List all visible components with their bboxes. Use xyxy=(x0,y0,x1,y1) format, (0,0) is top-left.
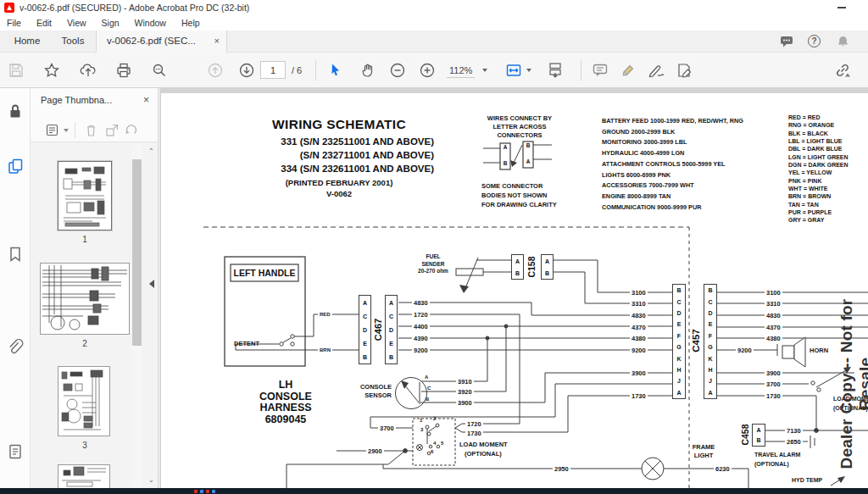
menu-bar: File Edit View Sign Window Help xyxy=(0,15,868,31)
menu-edit[interactable]: Edit xyxy=(29,15,59,28)
favorite-star-icon[interactable] xyxy=(43,62,60,79)
search-icon[interactable] xyxy=(151,62,168,79)
page-count-label: / 6 xyxy=(292,65,302,75)
select-cursor-icon[interactable] xyxy=(327,62,344,79)
connector-c457-left: BCDEFGKHJA xyxy=(672,284,686,399)
help-icon[interactable]: ? xyxy=(808,35,821,47)
panel-close-icon[interactable]: × xyxy=(143,94,149,106)
lm-contact-2: 2 xyxy=(433,416,436,421)
acrobat-window: v-0062-6.pdf (SECURED) - Adobe Acrobat P… xyxy=(0,0,868,494)
wire-label: 4370 xyxy=(765,324,782,331)
tab-bar: Home Tools v-0062-6.pdf (SEC... × ? xyxy=(0,31,868,53)
lm-contact-3: 3 xyxy=(420,427,423,432)
wire-label: 4390 xyxy=(412,335,430,342)
mini-pin: B xyxy=(500,160,510,166)
tab-document-label: v-0062-6.pdf (SEC... xyxy=(107,36,196,46)
zoom-in-icon[interactable] xyxy=(419,62,436,79)
frame-light-label: FRAME LIGHT xyxy=(685,443,722,460)
page-scrolling-icon[interactable] xyxy=(547,62,564,79)
thumbnail-options-icon[interactable] xyxy=(46,123,60,137)
attachments-paperclip-icon[interactable] xyxy=(7,339,24,356)
connector-c158-left: AB xyxy=(511,254,524,280)
fill-sign-icon[interactable] xyxy=(676,62,693,79)
wire-label: 1730 xyxy=(765,392,782,400)
menu-view[interactable]: View xyxy=(59,15,94,28)
bookmarks-icon[interactable] xyxy=(7,246,24,263)
taskbar-sliver xyxy=(0,488,868,494)
lm-contact-1: 1 xyxy=(420,418,422,423)
hand-tool-icon[interactable] xyxy=(359,62,376,79)
delete-pages-trash-icon[interactable] xyxy=(84,123,98,137)
thumbnail-scrollbar-thumb[interactable] xyxy=(132,159,142,346)
page-thumbnails-panel: Page Thumbna... × 1 2 3 xyxy=(31,88,158,488)
wire-label: 4380 xyxy=(630,335,648,342)
menu-help[interactable]: Help xyxy=(174,15,208,28)
lm-contact-6: 6 xyxy=(431,449,433,454)
printed-date: (PRINTED FEBRUARY 2001) xyxy=(244,177,434,188)
sensor-pin-a: A xyxy=(425,375,428,380)
document-panel-icon[interactable] xyxy=(7,443,24,460)
thumbnail-options-caret-icon[interactable] xyxy=(64,129,69,132)
wire-label: 2900 xyxy=(366,447,384,455)
tab-document[interactable]: v-0062-6.pdf (SEC... × xyxy=(96,31,227,53)
wire-label: 1720 xyxy=(412,311,430,319)
lock-icon[interactable] xyxy=(7,103,24,119)
wire-label: 4380 xyxy=(765,335,782,342)
thumbnail-scrollbar[interactable] xyxy=(131,144,142,488)
taskbar-icon xyxy=(194,490,198,493)
zoom-level-value[interactable]: 112% xyxy=(447,65,475,78)
main-toolbar: / 6 112% xyxy=(0,53,868,88)
menu-window[interactable]: Window xyxy=(127,15,174,28)
save-icon[interactable] xyxy=(8,62,25,79)
page-thumbnail-2[interactable] xyxy=(40,263,130,335)
menu-sign[interactable]: Sign xyxy=(94,15,127,28)
page-number-input[interactable] xyxy=(260,61,286,79)
feedback-icon[interactable] xyxy=(780,35,794,48)
thumbnail-3-number: 3 xyxy=(76,441,93,450)
connector-c158-name: C158 xyxy=(526,253,537,280)
wire-label: 4400 xyxy=(412,323,430,330)
menu-file[interactable]: File xyxy=(0,15,29,28)
dealer-watermark: Dealer Copy -- Not for Resale xyxy=(837,278,858,488)
taskbar-icon xyxy=(200,490,203,493)
sensor-pin-b: B xyxy=(426,397,429,402)
page-thumbnail-3[interactable] xyxy=(58,366,110,436)
page-thumbnails-icon[interactable] xyxy=(7,158,24,175)
rotate-ccw-icon[interactable] xyxy=(124,123,138,137)
next-page-icon[interactable] xyxy=(238,62,255,79)
reduce-thumbnails-icon[interactable] xyxy=(105,123,120,137)
schematic-title-block: WIRING SCHEMATIC 331 (S/N 232511001 AND … xyxy=(244,117,434,199)
panel-title: Page Thumbna... xyxy=(41,95,112,105)
scroll-down-icon[interactable]: ⌄ xyxy=(148,476,154,484)
scroll-up-icon[interactable]: ⌃ xyxy=(148,147,154,155)
zoom-caret-icon[interactable] xyxy=(482,69,487,72)
tab-tools[interactable]: Tools xyxy=(53,31,93,53)
previous-page-icon[interactable] xyxy=(207,62,224,79)
share-link-icon[interactable] xyxy=(834,62,851,79)
page-thumbnail-4[interactable] xyxy=(58,464,110,488)
fit-width-caret-icon[interactable] xyxy=(526,69,531,72)
wire-label: 9200 xyxy=(412,347,430,354)
highlighter-icon[interactable] xyxy=(620,62,637,79)
page-thumbnail-1[interactable] xyxy=(58,161,112,230)
lm-contact-4: 4 xyxy=(433,441,436,446)
horn-label: HORN xyxy=(810,347,828,354)
sign-pen-icon[interactable] xyxy=(648,62,665,79)
wire-label: 9200 xyxy=(630,347,648,354)
panel-toolbar xyxy=(31,119,158,142)
connector-bodies-note: SOME CONNECTOR BODIES NOT SHOWN FOR DRAW… xyxy=(481,181,557,209)
schematic-title: WIRING SCHEMATIC xyxy=(244,117,434,132)
comment-icon[interactable] xyxy=(592,62,609,79)
zoom-out-icon[interactable] xyxy=(389,62,406,79)
tab-close-icon[interactable]: × xyxy=(214,36,220,46)
mini-pin: B xyxy=(523,142,533,148)
print-icon[interactable] xyxy=(115,62,132,79)
wire-label: 6230 xyxy=(714,465,732,473)
share-cloud-icon[interactable] xyxy=(80,62,97,79)
tab-home[interactable]: Home xyxy=(7,31,47,53)
collapse-panel-icon[interactable] xyxy=(149,280,154,288)
notifications-bell-icon[interactable] xyxy=(836,35,850,48)
minimize-button[interactable] xyxy=(837,7,846,8)
fit-width-icon[interactable] xyxy=(505,62,522,79)
thumbnail-1-number: 1 xyxy=(76,235,93,244)
